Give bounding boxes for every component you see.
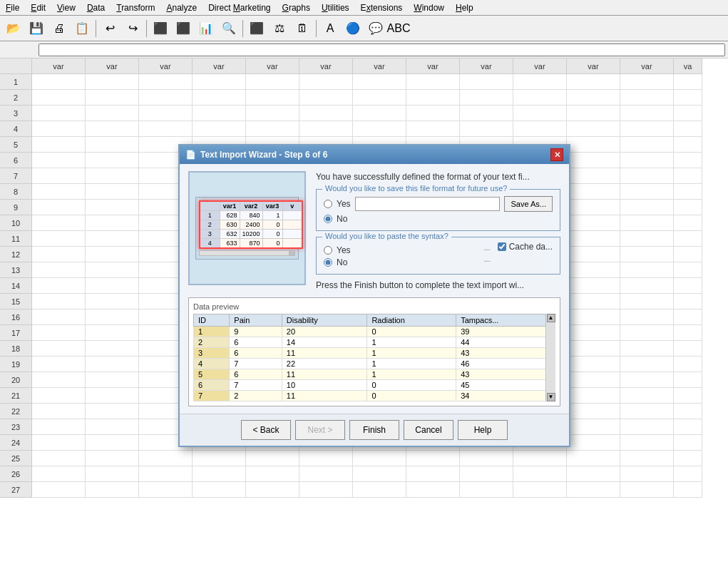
menu-help[interactable]: Help xyxy=(450,1,479,14)
grid-cell[interactable] xyxy=(567,466,620,482)
menu-edit[interactable]: Edit xyxy=(25,1,51,14)
grid-cell[interactable] xyxy=(406,121,460,137)
grid-cell[interactable] xyxy=(246,451,299,466)
redo-btn[interactable]: ↪ xyxy=(122,18,143,39)
grid-cell[interactable] xyxy=(620,90,674,106)
grid-cell[interactable] xyxy=(86,325,139,341)
grid-cell[interactable] xyxy=(567,74,620,90)
save-yes-radio[interactable] xyxy=(324,200,332,208)
grid-cell[interactable] xyxy=(32,309,86,325)
grid-cell[interactable] xyxy=(86,184,139,200)
grid-cell[interactable] xyxy=(674,435,702,451)
grid-cell[interactable] xyxy=(353,74,406,90)
grid-cell[interactable] xyxy=(567,388,620,404)
print-btn[interactable]: 🖨 xyxy=(48,18,70,39)
grid-cell[interactable] xyxy=(86,106,139,121)
grid-cell[interactable] xyxy=(32,184,86,200)
grid-cell[interactable] xyxy=(567,419,620,435)
grid-cell[interactable] xyxy=(674,278,702,294)
grid-cell[interactable] xyxy=(299,451,353,466)
find-btn[interactable]: 🔍 xyxy=(218,18,240,39)
grid-cell[interactable] xyxy=(620,231,674,247)
grid-cell[interactable] xyxy=(32,247,86,262)
grid-cell[interactable] xyxy=(674,309,702,325)
grid-cell[interactable] xyxy=(460,482,513,498)
grid-cell[interactable] xyxy=(674,106,702,121)
grid-cell[interactable] xyxy=(567,325,620,341)
grid-cell[interactable] xyxy=(674,184,702,200)
grid-cell[interactable] xyxy=(674,90,702,106)
grid-cell[interactable] xyxy=(86,482,139,498)
grid-cell[interactable] xyxy=(86,309,139,325)
grid-cell[interactable] xyxy=(86,153,139,168)
grid-cell[interactable] xyxy=(674,372,702,388)
open-btn[interactable]: 📂 xyxy=(3,18,24,39)
grid-cell[interactable] xyxy=(32,419,86,435)
menu-view[interactable]: View xyxy=(51,1,81,14)
grid-cell[interactable] xyxy=(406,482,460,498)
grid-cell[interactable] xyxy=(299,106,353,121)
grid-cell[interactable] xyxy=(620,247,674,262)
data-btn[interactable]: ⬛ xyxy=(246,18,267,39)
grid-cell[interactable] xyxy=(460,121,513,137)
grid-cell[interactable] xyxy=(246,466,299,482)
grid-cell[interactable] xyxy=(139,121,193,137)
grid-cell[interactable] xyxy=(86,215,139,231)
grid-cell[interactable] xyxy=(299,121,353,137)
grid-cell[interactable] xyxy=(32,294,86,309)
grid-cell[interactable] xyxy=(674,482,702,498)
grid-cell[interactable] xyxy=(32,200,86,215)
grid-cell[interactable] xyxy=(567,372,620,388)
grid-cell[interactable] xyxy=(353,106,406,121)
grid-cell[interactable] xyxy=(620,466,674,482)
grid-cell[interactable] xyxy=(620,153,674,168)
grid-cell[interactable] xyxy=(620,419,674,435)
grid-cell[interactable] xyxy=(513,90,567,106)
grid-cell[interactable] xyxy=(139,106,193,121)
grid-cell[interactable] xyxy=(139,466,193,482)
grid-cell[interactable] xyxy=(246,121,299,137)
grid-cell[interactable] xyxy=(86,200,139,215)
grid-cell[interactable] xyxy=(86,247,139,262)
grid-cell[interactable] xyxy=(674,262,702,278)
grid-cell[interactable] xyxy=(620,482,674,498)
grid-cell[interactable] xyxy=(620,200,674,215)
grid-cell[interactable] xyxy=(86,466,139,482)
grid-cell[interactable] xyxy=(86,278,139,294)
grid-cell[interactable] xyxy=(139,74,193,90)
grid-cell[interactable] xyxy=(567,215,620,231)
grid-cell[interactable] xyxy=(674,168,702,184)
grid-cell[interactable] xyxy=(567,482,620,498)
grid-cell[interactable] xyxy=(299,90,353,106)
grid-cell[interactable] xyxy=(86,372,139,388)
grid-cell[interactable] xyxy=(193,106,246,121)
grid-cell[interactable] xyxy=(32,90,86,106)
goto-btn[interactable]: ⬛ xyxy=(150,18,171,39)
grid-cell[interactable] xyxy=(193,466,246,482)
grid-cell[interactable] xyxy=(674,357,702,372)
next-button[interactable]: Next > xyxy=(295,420,345,440)
scroll-up-btn[interactable]: ▲ xyxy=(547,314,555,322)
grid-cell[interactable] xyxy=(620,278,674,294)
save-no-radio[interactable] xyxy=(324,215,332,223)
scroll-down-btn[interactable]: ▼ xyxy=(547,393,555,401)
paste-yes-radio[interactable] xyxy=(324,246,332,255)
grid-cell[interactable] xyxy=(620,451,674,466)
cal-btn[interactable]: 🗓 xyxy=(292,18,313,39)
grid-cell[interactable] xyxy=(620,357,674,372)
grid-cell[interactable] xyxy=(32,231,86,247)
grid-cell[interactable] xyxy=(32,482,86,498)
grid-cell[interactable] xyxy=(620,215,674,231)
grid-cell[interactable] xyxy=(86,357,139,372)
grid-cell[interactable] xyxy=(139,451,193,466)
grid-cell[interactable] xyxy=(620,184,674,200)
grid-cell[interactable] xyxy=(86,168,139,184)
grid-cell[interactable] xyxy=(406,466,460,482)
grid-cell[interactable] xyxy=(406,90,460,106)
grid-cell[interactable] xyxy=(460,451,513,466)
grid-cell[interactable] xyxy=(246,482,299,498)
grid-cell[interactable] xyxy=(674,388,702,404)
grid-cell[interactable] xyxy=(299,466,353,482)
grid-cell[interactable] xyxy=(567,121,620,137)
grid-cell[interactable] xyxy=(620,106,674,121)
